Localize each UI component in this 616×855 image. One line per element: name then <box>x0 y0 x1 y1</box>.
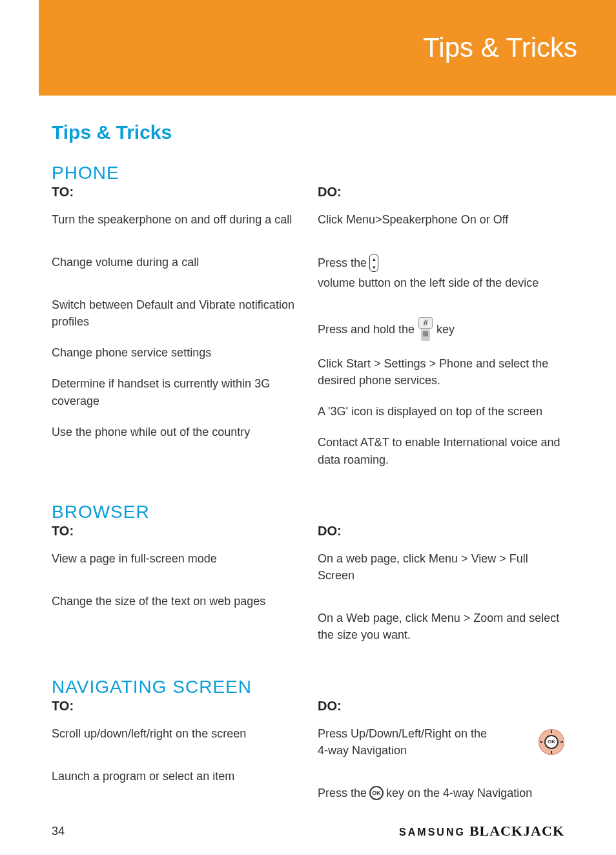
to-header: TO: <box>52 524 298 539</box>
page-title: Tips & Tricks <box>52 121 564 143</box>
do-header: DO: <box>318 185 564 200</box>
do-cell: On a web page, click Menu > View > Full … <box>318 550 564 584</box>
section-browser: BROWSER TO: View a page in full-screen m… <box>52 502 564 657</box>
do-header: DO: <box>318 699 564 714</box>
page-content: Tips & Tricks PHONE TO: Turn the speaker… <box>0 96 616 816</box>
do-cell: Click Start > Settings > Phone and selec… <box>318 355 564 389</box>
do-cell: Press Up/Down/Left/Right on the 4-way Na… <box>318 725 564 759</box>
brand-samsung: SAMSUNG <box>399 827 466 838</box>
header-title: Tips & Tricks <box>423 32 577 63</box>
do-cell: A '3G' icon is displayed on top of the s… <box>318 403 564 420</box>
ok-key-icon: OK <box>369 786 384 800</box>
do-cell: Press the OK key on the 4-way Navigation <box>318 785 564 801</box>
header-banner: Tips & Tricks <box>39 0 616 96</box>
navigation-wheel-icon: OK <box>539 729 564 755</box>
do-cell: Contact AT&T to enable International voi… <box>318 434 564 468</box>
footer-brand: SAMSUNG BLACKJACK <box>399 823 564 840</box>
do-cell: Press and hold the # key <box>318 317 564 341</box>
page-footer: 34 SAMSUNG BLACKJACK <box>0 823 616 840</box>
do-text-pre: Press and hold the <box>318 321 415 338</box>
to-cell: Change volume during a call <box>52 254 298 271</box>
hash-key-icon: # <box>417 317 434 341</box>
to-header: TO: <box>52 185 298 200</box>
page-number: 34 <box>52 825 65 838</box>
category-title-browser: BROWSER <box>52 502 564 522</box>
do-cell: Click Menu>Speakerphone On or Off <box>318 211 564 228</box>
do-text-post: volume button on the left side of the de… <box>318 274 539 291</box>
section-phone: PHONE TO: Turn the speakerphone on and o… <box>52 163 564 482</box>
to-cell: Determine if handset is currently within… <box>52 375 298 409</box>
to-cell: Turn the speakerphone on and off during … <box>52 211 298 228</box>
do-text-post: key on the 4-way Navigation <box>386 785 532 801</box>
to-cell: Change the size of the text on web pages <box>52 593 298 610</box>
do-header: DO: <box>318 524 564 539</box>
do-text-pre: Press Up/Down/Left/Right on the 4-way Na… <box>318 725 498 759</box>
volume-icon: ▴▾ <box>369 254 378 272</box>
do-text-pre: Press the <box>318 254 367 271</box>
to-cell: View a page in full-screen mode <box>52 550 298 567</box>
to-cell: Change phone service settings <box>52 344 298 361</box>
category-title-nav: NAVIGATING SCREEN <box>52 677 564 697</box>
to-cell: Scroll up/down/left/right on the screen <box>52 725 298 742</box>
do-cell: Press the ▴▾ volume button on the left s… <box>318 254 564 291</box>
section-navigating: NAVIGATING SCREEN TO: Scroll up/down/lef… <box>52 677 564 816</box>
do-text-pre: Press the <box>318 785 367 801</box>
do-cell: On a Web page, click Menu > Zoom and sel… <box>318 610 564 643</box>
to-header: TO: <box>52 699 298 714</box>
to-cell: Switch between Default and Vibrate notif… <box>52 296 298 330</box>
to-cell: Use the phone while out of the country <box>52 424 298 440</box>
brand-blackjack: BLACKJACK <box>469 823 564 840</box>
do-text-post: key <box>436 321 455 338</box>
to-cell: Launch a program or select an item <box>52 768 298 785</box>
category-title-phone: PHONE <box>52 163 564 183</box>
